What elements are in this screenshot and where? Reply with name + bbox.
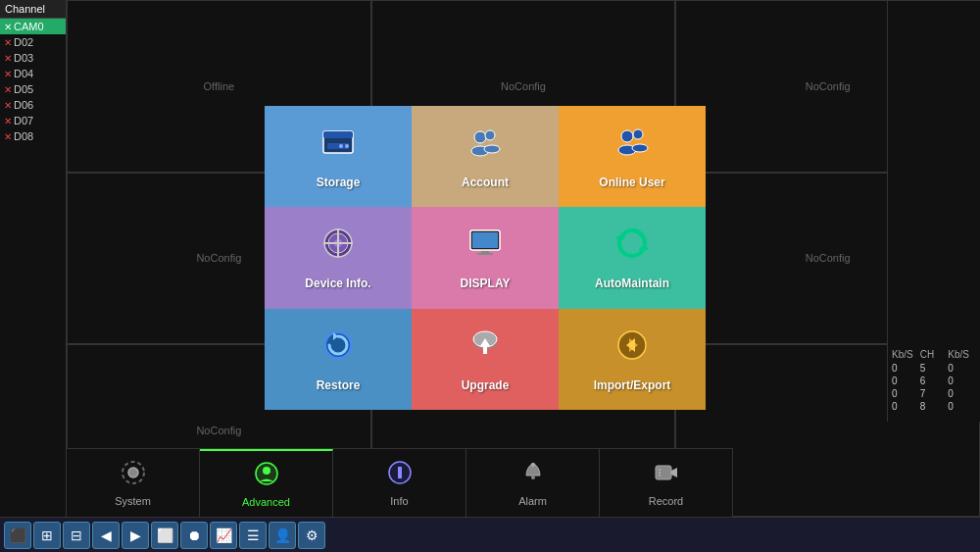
display-icon (466, 225, 504, 271)
x-icon: ✕ (4, 37, 12, 48)
prev-icon: ◀ (101, 527, 112, 543)
menu-tile-upgrade[interactable]: Upgrade (412, 309, 559, 410)
taskbar: ⬛⊞⊟◀▶⬜⏺📈☰👤⚙ (0, 517, 980, 552)
channel-label: D08 (14, 130, 33, 142)
svg-rect-37 (398, 470, 402, 478)
svg-rect-38 (398, 467, 402, 470)
restore-icon (319, 326, 357, 373)
storage-icon (319, 124, 357, 170)
svg-point-11 (633, 129, 643, 139)
device-info-label: Device Info. (305, 276, 370, 290)
stats-cell-1-0: 0 (892, 376, 920, 386)
settings-icon: ⚙ (306, 527, 318, 543)
stats-row-2: 070 (888, 387, 980, 400)
import-export-label: Import/Export (594, 378, 671, 392)
stats-row-3: 080 (888, 400, 980, 413)
nav-tab-system[interactable]: System (67, 449, 200, 517)
channel-item-d06[interactable]: ✕D06 (0, 97, 66, 113)
svg-marker-42 (671, 468, 677, 477)
svg-rect-44 (659, 472, 661, 474)
noconfig-label-6: NoConfig (806, 252, 851, 264)
svg-point-12 (632, 144, 648, 152)
nav-tab-record[interactable]: Record (600, 449, 733, 517)
noconfig-label-2: NoConfig (501, 80, 546, 92)
menu-tile-account[interactable]: Account (412, 106, 559, 207)
stats-row-1: 060 (888, 375, 980, 387)
taskbar-btn-graph[interactable]: 📈 (210, 522, 237, 549)
menu-overlay: Storage Account Online User Device Info.… (265, 106, 706, 410)
channel-item-d08[interactable]: ✕D08 (0, 128, 66, 144)
menu-tile-automaintain[interactable]: AutoMaintain (559, 207, 706, 308)
svg-rect-39 (531, 476, 535, 479)
channel-label: D07 (14, 115, 33, 126)
taskbar-btn-next[interactable]: ▶ (122, 522, 149, 549)
channel-item-d03[interactable]: ✕D03 (0, 50, 66, 66)
stats-cell-2-1: 7 (920, 388, 949, 399)
system-tab-icon (121, 460, 146, 491)
noconfig-label-7: NoConfig (196, 425, 241, 436)
menu-tile-online-user[interactable]: Online User (559, 106, 706, 207)
x-icon: ✕ (4, 131, 12, 142)
nav-tab-alarm[interactable]: Alarm (466, 449, 600, 517)
noconfig-label-4: NoConfig (196, 252, 241, 264)
channel-item-d04[interactable]: ✕D04 (0, 66, 66, 81)
account-label: Account (462, 176, 509, 189)
channel-item-cam0[interactable]: ✕CAM0 (0, 19, 66, 34)
sidebar: Channel ✕CAM0✕D02✕D03✕D04✕D05✕D06✕D07✕D0… (0, 0, 67, 517)
next-icon: ▶ (130, 527, 141, 543)
svg-rect-28 (483, 346, 487, 354)
menu-tile-storage[interactable]: Storage (265, 106, 412, 207)
stats-cell-3-1: 8 (920, 401, 949, 412)
stats-cell-0-1: 5 (920, 363, 949, 374)
alarm-tab-label: Alarm (518, 495, 547, 507)
svg-rect-1 (323, 131, 353, 138)
svg-point-35 (263, 467, 270, 475)
taskbar-btn-zoom[interactable]: ⬜ (151, 522, 178, 549)
taskbar-btn-settings[interactable]: ⚙ (298, 522, 325, 549)
nav-tab-advanced[interactable]: Advanced (200, 449, 333, 517)
menu-tile-import-export[interactable]: Import/Export (559, 309, 706, 410)
nav-tab-info[interactable]: Info (333, 449, 466, 517)
taskbar-btn-layout1[interactable]: ⬛ (4, 522, 31, 549)
automaintain-label: AutoMaintain (595, 276, 669, 290)
channel-item-d07[interactable]: ✕D07 (0, 113, 66, 128)
stats-cell-3-0: 0 (892, 401, 920, 412)
taskbar-btn-layout-switch[interactable]: ☰ (239, 522, 267, 549)
taskbar-btn-layout4[interactable]: ⊞ (33, 522, 61, 549)
taskbar-btn-prev[interactable]: ◀ (92, 522, 120, 549)
svg-point-40 (531, 463, 535, 467)
record-tab-label: Record (649, 495, 683, 507)
channel-item-d02[interactable]: ✕D02 (0, 34, 66, 50)
menu-tile-display[interactable]: DISPLAY (412, 207, 559, 308)
restore-label: Restore (317, 378, 361, 392)
upgrade-icon (466, 326, 504, 373)
taskbar-btn-person[interactable]: 👤 (269, 522, 296, 549)
person-icon: 👤 (274, 527, 291, 543)
import-export-icon (613, 326, 651, 373)
svg-point-5 (474, 131, 486, 143)
advanced-tab-label: Advanced (242, 496, 290, 508)
layout4-icon: ⊞ (41, 527, 53, 543)
advanced-tab-icon (254, 461, 279, 492)
menu-tile-restore[interactable]: Restore (265, 309, 412, 410)
channel-label: D06 (14, 99, 33, 111)
automaintain-icon (613, 225, 651, 271)
svg-point-32 (128, 468, 138, 477)
svg-point-9 (621, 130, 633, 142)
stats-cell-2-0: 0 (892, 388, 920, 399)
x-icon: ✕ (4, 69, 12, 79)
svg-point-3 (345, 144, 349, 148)
account-icon (466, 124, 504, 170)
channel-label: CAM0 (14, 21, 44, 32)
x-icon: ✕ (4, 53, 12, 64)
svg-point-8 (484, 145, 500, 153)
svg-rect-19 (472, 232, 498, 248)
layout-switch-icon: ☰ (247, 527, 260, 543)
menu-tile-device-info[interactable]: Device Info. (265, 207, 412, 308)
taskbar-btn-layout9[interactable]: ⊟ (63, 522, 90, 549)
channel-item-d05[interactable]: ✕D05 (0, 81, 66, 97)
stats-cell-2-2: 0 (948, 388, 976, 399)
channel-label: D04 (14, 68, 33, 79)
taskbar-btn-record-btn[interactable]: ⏺ (180, 522, 208, 549)
svg-rect-45 (659, 475, 661, 477)
